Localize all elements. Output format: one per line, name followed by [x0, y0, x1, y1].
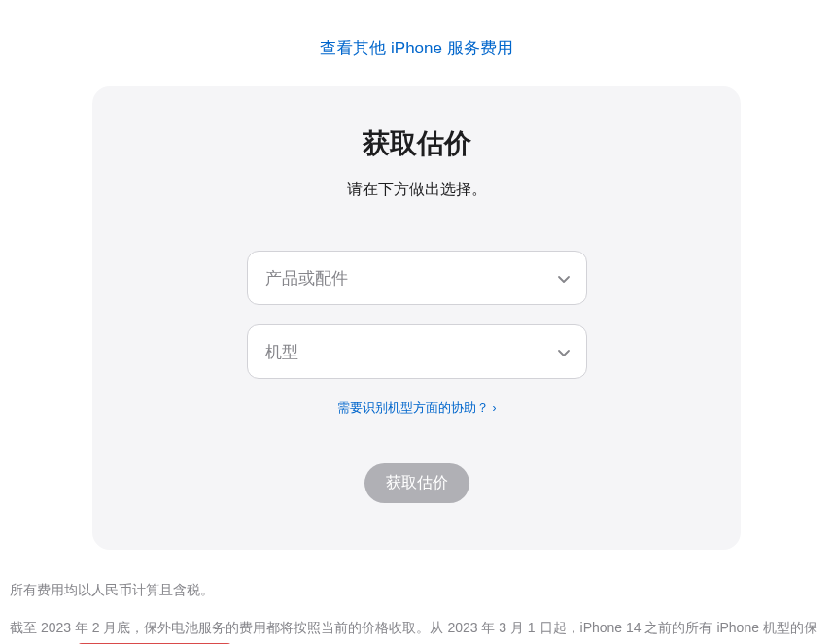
footer-text: 所有费用均以人民币计算且含税。 截至 2023 年 2 月底，保外电池服务的费用… [0, 550, 833, 644]
footer-line1: 所有费用均以人民币计算且含税。 [10, 577, 823, 603]
product-select-placeholder: 产品或配件 [265, 267, 348, 289]
help-identify-model-link[interactable]: 需要识别机型方面的协助？› [337, 400, 497, 415]
model-select-wrap: 机型 [247, 324, 587, 379]
estimate-card: 获取估价 请在下方做出选择。 产品或配件 机型 需要识别机型方面的协助？› 获取… [92, 86, 741, 550]
top-link-container: 查看其他 iPhone 服务费用 [0, 0, 833, 86]
product-select-wrap: 产品或配件 [247, 251, 587, 305]
get-estimate-button[interactable]: 获取估价 [364, 463, 469, 503]
help-link-container: 需要识别机型方面的协助？› [141, 398, 692, 417]
footer-line2: 截至 2023 年 2 月底，保外电池服务的费用都将按照当前的价格收取。从 20… [10, 615, 823, 644]
help-link-label: 需要识别机型方面的协助？ [337, 400, 489, 415]
footer-line2-part1: 截至 2023 年 2 月底，保外电池服务的费用都将按照当前的价格收取。从 20… [10, 620, 817, 644]
chevron-right-icon: › [493, 401, 497, 415]
model-select[interactable]: 机型 [247, 324, 587, 379]
card-subtitle: 请在下方做出选择。 [141, 180, 692, 200]
product-select[interactable]: 产品或配件 [247, 251, 587, 305]
other-iphone-fees-link[interactable]: 查看其他 iPhone 服务费用 [320, 39, 512, 57]
chevron-down-icon [557, 345, 571, 358]
chevron-down-icon [557, 271, 571, 285]
model-select-placeholder: 机型 [265, 341, 298, 363]
card-title: 获取估价 [141, 125, 692, 162]
